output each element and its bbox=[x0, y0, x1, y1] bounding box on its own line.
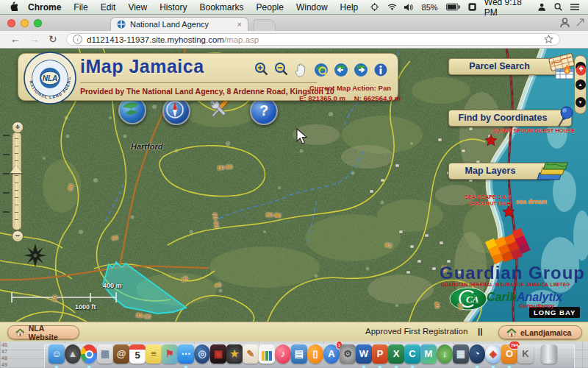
window-minimize-button[interactable] bbox=[21, 19, 29, 27]
place-label-hartford: Hartford bbox=[131, 142, 162, 151]
dock-messenger-icon[interactable]: M bbox=[420, 344, 437, 364]
wifi-icon[interactable] bbox=[387, 3, 397, 12]
dock-keynote-icon[interactable]: ▤ bbox=[291, 344, 307, 364]
window-zoom-button[interactable] bbox=[34, 19, 42, 27]
zoom-out-slider-button[interactable]: − bbox=[12, 230, 24, 242]
menu-help[interactable]: Help bbox=[340, 2, 359, 13]
dock-itunes-icon[interactable]: ♪ bbox=[275, 344, 291, 364]
map-action-status: Current Map Action: Pan bbox=[309, 84, 391, 92]
extension-red-icon[interactable] bbox=[576, 65, 587, 76]
menu-people[interactable]: People bbox=[257, 2, 284, 13]
compass-button[interactable] bbox=[162, 97, 190, 125]
zoom-slider-handle[interactable] bbox=[10, 165, 22, 173]
input-source-icon[interactable] bbox=[468, 2, 476, 12]
dock-keychain-icon[interactable]: K bbox=[517, 344, 534, 364]
dock-excel-icon[interactable]: X bbox=[388, 344, 404, 364]
map-layers-button[interactable]: Map Layers bbox=[448, 163, 551, 180]
dock-numbers-chart-icon[interactable] bbox=[259, 344, 275, 364]
map-canvas[interactable]: iMap Jamaica Provided by The National La… bbox=[0, 48, 588, 322]
reload-button[interactable]: ↻ bbox=[49, 32, 57, 46]
dock-trash-icon[interactable] bbox=[541, 344, 557, 364]
back-button[interactable]: ← bbox=[10, 32, 21, 46]
user-icon[interactable] bbox=[538, 2, 545, 12]
menu-bookmarks[interactable]: Bookmarks bbox=[200, 2, 244, 13]
dock-alarm-clock-icon[interactable]: ◔ bbox=[469, 344, 485, 364]
dock-globe-app-icon[interactable]: ◎ bbox=[194, 344, 210, 364]
dock-messages-icon[interactable]: ⋯ bbox=[178, 344, 194, 364]
dock-maps-icon[interactable]: ⚑ bbox=[162, 344, 178, 364]
find-by-coordinates-button[interactable]: Find by Coordinates bbox=[448, 110, 572, 127]
dock-chrome-icon[interactable] bbox=[81, 344, 97, 364]
macos-menubar: Chrome FileEditViewHistoryBookmarksPeopl… bbox=[0, 0, 588, 15]
spreadsheet-row-numbers: 46474849 bbox=[1, 342, 7, 368]
dock-downloads-icon[interactable]: ↓ bbox=[437, 344, 453, 364]
menu-edit[interactable]: Edit bbox=[101, 2, 116, 13]
guardian-group-subtitle: GUARDIAN GENERAL INSURANCE JAMAICA LIMIT… bbox=[441, 282, 570, 287]
dock-notes-icon[interactable]: ≡ bbox=[146, 344, 162, 364]
apple-menu-icon[interactable] bbox=[9, 1, 18, 13]
forward-button[interactable]: → bbox=[29, 32, 40, 46]
dock-word-icon[interactable]: W bbox=[356, 344, 372, 364]
notification-center-icon[interactable] bbox=[570, 3, 579, 11]
analytix-oval-logo: CA bbox=[448, 286, 488, 311]
window-close-button[interactable] bbox=[7, 19, 15, 27]
dock-outlook-icon[interactable]: O794 bbox=[501, 344, 517, 364]
tab-close-icon[interactable]: × bbox=[237, 21, 242, 29]
back-extent-icon[interactable] bbox=[333, 62, 349, 78]
home-icon bbox=[506, 328, 517, 337]
dock-communicator-icon[interactable]: C bbox=[404, 344, 420, 364]
dock-photos-icon[interactable]: ▦ bbox=[97, 344, 113, 364]
dock-launchpad-icon[interactable]: ▲ bbox=[65, 344, 81, 364]
location-icon[interactable] bbox=[370, 2, 379, 12]
profile-icon[interactable] bbox=[560, 18, 570, 28]
find-by-coordinates-label: Find by Coordinates bbox=[449, 113, 556, 123]
menu-window[interactable]: Window bbox=[296, 2, 328, 13]
extension-flame-icon[interactable] bbox=[562, 64, 572, 76]
forward-extent-icon[interactable] bbox=[353, 62, 369, 78]
menubar-clock[interactable]: Wed 9:18 PM bbox=[484, 0, 531, 18]
menu-file[interactable]: File bbox=[74, 2, 87, 13]
address-bar[interactable]: i d1121413-11937.site.myhosting.com /map… bbox=[66, 33, 560, 46]
zoom-in-slider-button[interactable]: + bbox=[12, 121, 24, 133]
dock-finder-icon[interactable]: ☺ bbox=[49, 344, 65, 364]
dock-imovie-icon[interactable]: ★ bbox=[226, 344, 243, 364]
parcel-search-button[interactable]: Parcel Search bbox=[448, 58, 570, 75]
panel-up-button[interactable]: ▲ bbox=[576, 79, 586, 90]
dock-photo-booth-icon[interactable]: ▣ bbox=[210, 344, 226, 364]
analytix-subtitle: Consultancy bbox=[519, 302, 554, 309]
help-button[interactable]: ? bbox=[250, 97, 278, 125]
battery-icon[interactable] bbox=[446, 3, 460, 11]
zoom-in-icon[interactable] bbox=[254, 62, 270, 78]
menu-view[interactable]: View bbox=[128, 2, 147, 13]
dock-pages-icon[interactable]: ✎ bbox=[243, 344, 259, 364]
status-separator: || bbox=[478, 327, 482, 336]
contour-label: 80 bbox=[51, 294, 59, 302]
spotlight-icon[interactable] bbox=[554, 2, 562, 12]
window-resize-icon[interactable] bbox=[576, 18, 584, 26]
page-info-icon[interactable]: i bbox=[73, 35, 82, 44]
row-number: 46 bbox=[1, 342, 7, 348]
new-tab-button[interactable] bbox=[254, 19, 276, 32]
menu-app-name[interactable]: Chrome bbox=[28, 2, 61, 13]
dock-contacts-icon[interactable]: @ bbox=[113, 344, 129, 364]
browser-tab[interactable]: National Land Agency × bbox=[110, 17, 248, 31]
full-extent-icon[interactable] bbox=[313, 62, 329, 78]
dock-calendar-icon[interactable]: 5 bbox=[129, 344, 146, 364]
bookmark-star-icon[interactable] bbox=[544, 35, 553, 44]
dock-app-store-icon[interactable]: A1 bbox=[323, 344, 340, 364]
tab-favicon bbox=[117, 20, 126, 29]
volume-icon[interactable] bbox=[404, 3, 413, 12]
pan-hand-icon[interactable] bbox=[293, 62, 309, 78]
elandjamaica-button[interactable]: eLandjamaica bbox=[498, 325, 582, 339]
dock-safari-icon[interactable]: ◈ bbox=[485, 344, 501, 364]
dock-remote-desktop-icon[interactable]: ▦ bbox=[453, 344, 469, 364]
zoom-slider-track[interactable] bbox=[12, 132, 22, 230]
nla-website-button[interactable]: NLA Website bbox=[7, 325, 79, 339]
info-icon[interactable] bbox=[373, 62, 389, 78]
menu-history[interactable]: History bbox=[159, 2, 187, 13]
zoom-out-icon[interactable] bbox=[273, 62, 290, 78]
dock-powerpoint-icon[interactable]: P bbox=[372, 344, 388, 364]
url-domain: d1121413-11937.site.myhosting.com bbox=[87, 35, 224, 44]
dock-system-preferences-icon[interactable]: ⚙ bbox=[340, 344, 356, 364]
dock-ibooks-icon[interactable]: ▯ bbox=[307, 344, 323, 364]
